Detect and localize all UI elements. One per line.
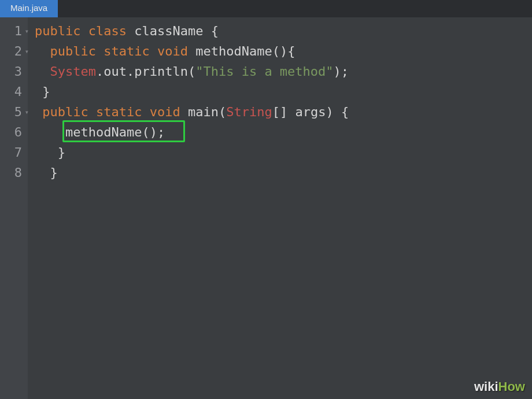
tab-label: Main.java [10,3,47,13]
watermark-how: How [498,379,525,394]
code-line: methodName(); [35,122,532,142]
code-line: public static void main(String[] args) { [35,102,532,122]
code-area[interactable]: public class className { public static v… [28,17,532,399]
line-number[interactable]: 7 [0,142,28,162]
code-line: public class className { [35,21,532,41]
watermark: wikiHow [474,379,525,394]
line-number[interactable]: 4 [0,82,28,102]
gutter: 1▾ 2▾ 3 4 5▾ 6 7 8 [0,17,28,399]
code-editor: 1▾ 2▾ 3 4 5▾ 6 7 8 public class classNam… [0,17,532,399]
code-line: public static void methodName(){ [35,41,532,61]
tab-bar: Main.java [0,0,532,17]
line-number[interactable]: 2▾ [0,41,28,61]
line-number[interactable]: 1▾ [0,21,28,41]
code-line: } [35,82,532,102]
line-number[interactable]: 5▾ [0,102,28,122]
watermark-wiki: wiki [474,379,498,394]
line-number[interactable]: 8 [0,162,28,183]
line-number[interactable]: 6 [0,122,28,142]
code-line: } [35,162,532,183]
code-line: } [35,142,532,162]
code-line: System.out.println("This is a method"); [35,61,532,82]
file-tab[interactable]: Main.java [0,0,58,17]
line-number[interactable]: 3 [0,61,28,82]
